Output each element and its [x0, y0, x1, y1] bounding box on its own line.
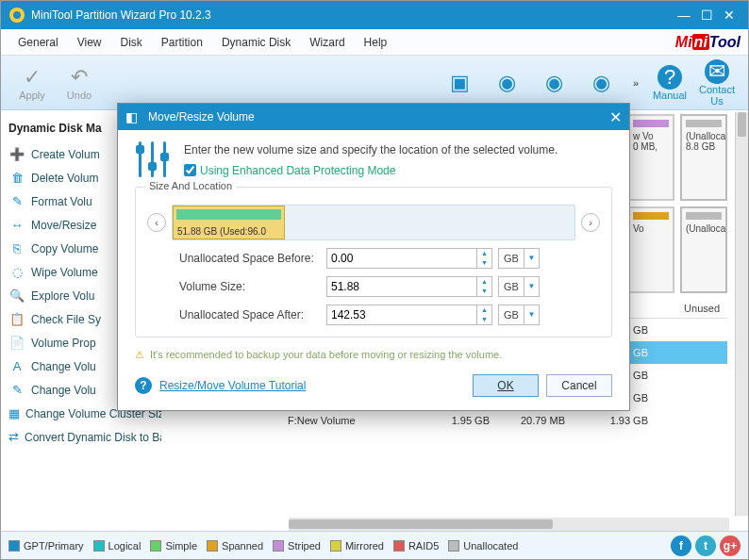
dialog-icon: ◧: [125, 109, 142, 124]
field-unit-dropdown-2[interactable]: ▼: [524, 305, 540, 325]
sidebar-item-label: Create Volum: [31, 148, 100, 161]
sidebar-item-label: Explore Volu: [31, 289, 94, 303]
menu-dynamic-disk[interactable]: Dynamic Disk: [212, 32, 300, 53]
sidebar-item-label: Convert Dynamic Disk to Basic: [25, 431, 161, 444]
disk-box[interactable]: Vo: [627, 206, 674, 293]
size-slider-segment[interactable]: 51.88 GB (Used:96.0: [173, 206, 285, 239]
size-location-fieldset: Size And Location ‹ 51.88 GB (Used:96.0 …: [135, 187, 612, 338]
undo-button[interactable]: ↶Undo: [56, 65, 103, 101]
sidebar-item-12[interactable]: ⇄Convert Dynamic Disk to Basic: [8, 425, 161, 449]
field-unit-1: GB: [498, 276, 524, 297]
sliders-icon: [135, 141, 171, 177]
warning-text: ⚠It's recommended to backup your data be…: [135, 349, 612, 361]
field-input-2[interactable]: [326, 305, 477, 325]
app-icon: [8, 7, 25, 24]
toolbar-more-icon[interactable]: »: [625, 77, 646, 89]
legend: GPT/PrimaryLogicalSimpleSpannedStripedMi…: [1, 531, 748, 559]
warning-icon: ⚠: [135, 349, 144, 360]
twitter-icon[interactable]: t: [695, 535, 716, 556]
field-input-1[interactable]: [326, 276, 477, 297]
sidebar-item-label: Wipe Volume: [31, 266, 98, 279]
facebook-icon[interactable]: f: [671, 535, 691, 556]
field-unit-dropdown-1[interactable]: ▼: [524, 276, 540, 297]
dialog-instruction: Enter the new volume size and specify th…: [184, 141, 558, 158]
dialog-close-button[interactable]: ✕: [609, 108, 622, 126]
sidebar-item-label: Check File Sy: [31, 313, 101, 326]
slider-right-button[interactable]: ›: [581, 213, 600, 232]
toolbar-icon-4[interactable]: ◉: [578, 71, 625, 95]
table-row[interactable]: F:New Volume1.95 GB20.79 MB1.93 GB: [284, 409, 727, 432]
contact-button[interactable]: ✉Contact Us: [693, 59, 741, 107]
menu-partition[interactable]: Partition: [152, 32, 212, 53]
sidebar-item-label: Copy Volume: [31, 242, 98, 255]
dialog-title: Move/Resize Volume: [148, 110, 609, 124]
size-slider-track[interactable]: 51.88 GB (Used:96.0: [172, 205, 575, 240]
menu-wizard[interactable]: Wizard: [300, 32, 354, 53]
sidebar-item-icon: 🔍: [8, 288, 25, 303]
menubar: General View Disk Partition Dynamic Disk…: [1, 29, 748, 56]
toolbar-icon-2[interactable]: ◉: [484, 71, 531, 95]
disk-box[interactable]: w Vo0 MB,: [627, 114, 674, 201]
sidebar-item-icon: 🗑: [8, 171, 25, 185]
field-unit-2: GB: [498, 305, 524, 325]
enhanced-mode-checkbox[interactable]: [184, 164, 196, 176]
menu-help[interactable]: Help: [355, 32, 397, 53]
segment-label: 51.88 GB (Used:96.0: [177, 226, 282, 237]
disk-copy-icon: ◉: [531, 71, 578, 95]
ok-button[interactable]: OK: [473, 374, 539, 397]
mail-icon: ✉: [705, 59, 729, 84]
menu-general[interactable]: General: [8, 32, 68, 53]
sidebar-item-label: Delete Volum: [31, 172, 98, 185]
help-icon: ?: [657, 65, 682, 90]
field-spinner-0[interactable]: ▲▼: [477, 248, 492, 269]
toolbar-icon-1[interactable]: ▣: [437, 71, 484, 95]
field-unit-0: GB: [498, 248, 524, 269]
legend-item: Mirrored: [330, 540, 384, 552]
field-label-1: Volume Size:: [147, 280, 326, 293]
field-spinner-1[interactable]: ▲▼: [477, 276, 492, 297]
tutorial-link[interactable]: Resize/Move Volume Tutorial: [159, 379, 306, 392]
titlebar: MiniTool Partition Wizard Pro 10.2.3 — ☐…: [1, 1, 748, 29]
close-button[interactable]: ✕: [718, 8, 741, 23]
disk-recover-icon: ◉: [578, 71, 625, 95]
brand-logo: MiniTool: [675, 34, 741, 51]
field-label-2: Unallocated Space After:: [147, 308, 326, 321]
sidebar-item-icon: ▦: [8, 406, 20, 420]
scrollbar-horizontal[interactable]: [289, 518, 729, 531]
field-spinner-2[interactable]: ▲▼: [477, 305, 492, 325]
move-resize-dialog: ◧ Move/Resize Volume ✕ Enter the new vol…: [117, 103, 630, 411]
field-input-0[interactable]: [326, 248, 477, 269]
legend-item: Logical: [93, 540, 141, 552]
menu-disk[interactable]: Disk: [111, 32, 152, 53]
sidebar-item-icon: ⇄: [8, 430, 19, 444]
sidebar-item-icon: ⎘: [8, 241, 25, 255]
window-icon: ▣: [437, 71, 484, 95]
help-icon[interactable]: ?: [135, 377, 152, 394]
disk-box[interactable]: (Unallocat8.8 GB: [680, 114, 727, 201]
fieldset-legend: Size And Location: [145, 180, 236, 191]
sidebar-item-label: Format Volu: [31, 195, 92, 208]
legend-item: Striped: [273, 540, 321, 552]
field-unit-dropdown-0[interactable]: ▼: [524, 248, 540, 269]
googleplus-icon[interactable]: g+: [720, 535, 741, 556]
maximize-button[interactable]: ☐: [695, 8, 718, 23]
minimize-button[interactable]: —: [673, 8, 695, 23]
legend-item: Unallocated: [448, 540, 518, 552]
sidebar-item-label: Change Volu: [31, 384, 96, 397]
disk-box[interactable]: (Unallocated: [680, 206, 727, 293]
manual-button[interactable]: ?Manual: [646, 65, 693, 101]
cancel-button[interactable]: Cancel: [546, 374, 612, 397]
slider-left-button[interactable]: ‹: [147, 213, 166, 232]
sidebar-item-label: Move/Resize: [31, 219, 96, 232]
apply-button[interactable]: ✓Apply: [8, 65, 56, 101]
sidebar-item-label: Volume Prop: [31, 337, 96, 350]
menu-view[interactable]: View: [68, 32, 111, 53]
legend-item: RAID5: [393, 540, 439, 552]
sidebar-item-icon: A: [8, 359, 25, 373]
legend-item: Simple: [150, 540, 197, 552]
scrollbar-vertical[interactable]: [735, 112, 748, 516]
toolbar-icon-3[interactable]: ◉: [531, 71, 578, 95]
field-label-0: Unallocated Space Before:: [147, 252, 326, 265]
sidebar-item-icon: 📋: [8, 312, 25, 326]
check-icon: ✓: [8, 65, 56, 90]
